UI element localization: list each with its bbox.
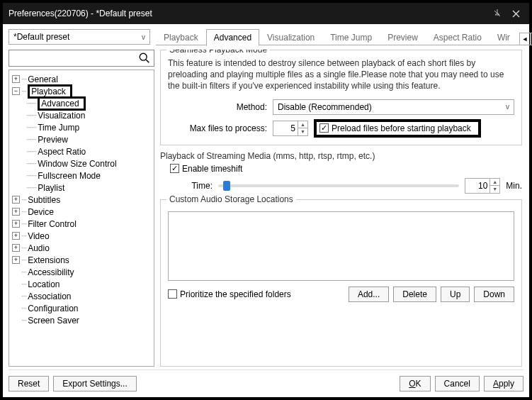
collapse-icon[interactable]: − (12, 87, 20, 95)
tab-preview[interactable]: Preview (380, 29, 426, 46)
preferences-window: Preferences(220706) - *Default preset *D… (0, 0, 532, 400)
search-box[interactable] (9, 50, 154, 67)
tree-audio[interactable]: +····Audio (11, 242, 152, 254)
delete-button[interactable]: Delete (393, 287, 436, 302)
chevron-down-icon: v (142, 33, 145, 41)
expand-icon[interactable]: + (12, 75, 20, 83)
tree-general[interactable]: +····General (11, 73, 152, 85)
method-select[interactable]: Disable (Recommended) v (273, 99, 514, 115)
settings-panel: Seamless Playback Mode This feature is i… (160, 50, 523, 367)
export-settings-button[interactable]: Export Settings... (53, 376, 136, 391)
slider-thumb[interactable] (223, 181, 230, 191)
search-icon (138, 52, 151, 65)
preload-checkbox-highlight: Preload files before starting playback (314, 119, 481, 138)
tree-playback-time-jump[interactable]: ········Time Jump (11, 121, 152, 133)
tree-screen-saver[interactable]: ····Screen Saver (11, 314, 152, 326)
method-value: Disable (Recommended) (278, 102, 372, 112)
storage-group: Custom Audio Storage Locations Prioritiz… (160, 199, 522, 367)
tree-playback-playlist[interactable]: ········Playlist (11, 182, 152, 194)
add-button[interactable]: Add... (349, 287, 389, 302)
tree-playback-advanced[interactable]: ········Advanced (11, 97, 152, 109)
timeshift-label: Enable timeshift (182, 164, 242, 174)
method-label: Method: (168, 102, 267, 112)
preset-value: *Default preset (13, 32, 69, 42)
content-area: +····General −····Playback ········Advan… (3, 45, 529, 367)
storage-list[interactable] (168, 211, 514, 281)
tab-visualization[interactable]: Visualization (259, 29, 322, 46)
preload-checkbox[interactable] (319, 123, 329, 133)
chevron-down-icon: v (506, 103, 509, 111)
tree-accessibility[interactable]: ····Accessibility (11, 266, 152, 278)
tab-advanced[interactable]: Advanced (206, 29, 259, 46)
tree-association[interactable]: ····Association (11, 290, 152, 302)
tree-location[interactable]: ····Location (11, 278, 152, 290)
window-title: Preferences(220706) - *Default preset (7, 9, 488, 18)
tree-playback-aspect-ratio[interactable]: ········Aspect Ratio (11, 145, 152, 157)
category-tree[interactable]: +····General −····Playback ········Advan… (9, 70, 154, 367)
dialog-body: *Default preset v Playback Advanced Visu… (3, 24, 529, 397)
tree-playback-fullscreen[interactable]: ········Fullscreen Mode (11, 170, 152, 182)
tab-aspect-ratio[interactable]: Aspect Ratio (426, 29, 489, 46)
spin-up-icon[interactable]: ▲ (298, 121, 307, 129)
seamless-title: Seamless Playback Mode (166, 50, 270, 55)
storage-title: Custom Audio Storage Locations (166, 194, 296, 204)
max-files-value[interactable] (273, 121, 298, 135)
tab-time-jump[interactable]: Time Jump (322, 29, 380, 46)
tab-strip: Playback Advanced Visualization Time Jum… (156, 28, 532, 45)
tab-overflow[interactable]: Wir (489, 29, 518, 46)
tree-playback-visualization[interactable]: ········Visualization (11, 109, 152, 121)
tree-configuration[interactable]: ····Configuration (11, 302, 152, 314)
left-column: +····General −····Playback ········Advan… (9, 50, 154, 367)
time-value[interactable] (465, 179, 489, 193)
tree-extensions[interactable]: +····Extensions (11, 254, 152, 266)
svg-point-0 (140, 53, 147, 60)
tree-video[interactable]: +····Video (11, 230, 152, 242)
topbar: *Default preset v Playback Advanced Visu… (3, 24, 529, 45)
search-input[interactable] (12, 53, 138, 63)
tree-filter-control[interactable]: +····Filter Control (11, 218, 152, 230)
seamless-description: This feature is intended to destroy sile… (168, 57, 514, 92)
ok-button[interactable]: OK (400, 376, 430, 391)
close-icon[interactable] (506, 5, 525, 22)
tab-playback[interactable]: Playback (156, 29, 206, 46)
prioritize-checkbox[interactable] (168, 289, 177, 299)
time-unit: Min. (506, 181, 522, 191)
streaming-title: Playback of Streaming Media (mms, http, … (160, 151, 522, 161)
max-files-label: Max files to process: (168, 123, 267, 133)
tree-playback[interactable]: −····Playback (11, 85, 152, 97)
prioritize-label: Prioritize the specified folders (180, 289, 291, 299)
tab-scroll-left[interactable]: ◄ (519, 33, 531, 45)
max-files-spinner[interactable]: ▲▼ (273, 121, 308, 136)
titlebar: Preferences(220706) - *Default preset (3, 3, 529, 24)
seamless-group: Seamless Playback Mode This feature is i… (160, 50, 522, 145)
cancel-button[interactable]: Cancel (435, 376, 480, 391)
tree-playback-window-size[interactable]: ········Window Size Control (11, 157, 152, 170)
up-button[interactable]: Up (441, 287, 470, 302)
spin-down-icon[interactable]: ▼ (298, 128, 307, 135)
time-spinner[interactable]: ▲▼ (465, 178, 500, 194)
tree-device[interactable]: +····Device (11, 206, 152, 218)
time-label: Time: (170, 181, 213, 191)
preload-label: Preload files before starting playback (332, 123, 471, 133)
spin-up-icon[interactable]: ▲ (490, 179, 499, 187)
tree-subtitles[interactable]: +····Subtitles (11, 194, 152, 206)
apply-button[interactable]: Apply (484, 376, 523, 391)
streaming-group: Playback of Streaming Media (mms, http, … (160, 151, 522, 194)
down-button[interactable]: Down (474, 287, 514, 302)
reset-button[interactable]: Reset (9, 376, 49, 391)
time-slider[interactable] (218, 184, 459, 187)
preset-combo[interactable]: *Default preset v (9, 29, 150, 45)
dialog-footer: Reset Export Settings... OK Cancel Apply (3, 370, 529, 397)
timeshift-checkbox[interactable] (170, 164, 179, 173)
spin-down-icon[interactable]: ▼ (490, 186, 499, 193)
tree-playback-preview[interactable]: ········Preview (11, 133, 152, 145)
pin-icon[interactable] (488, 5, 506, 22)
